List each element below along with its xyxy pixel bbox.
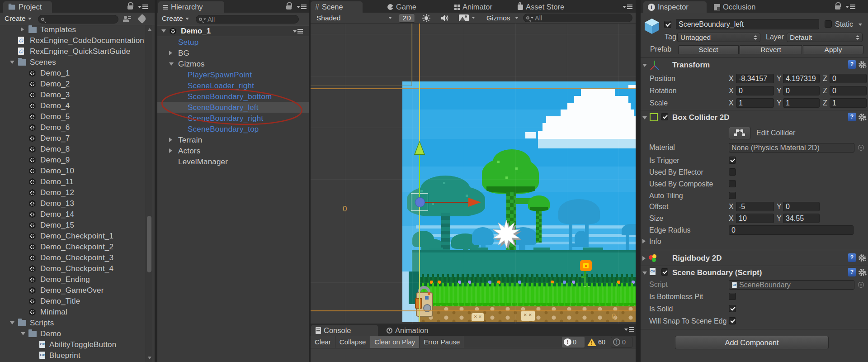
rotation-z-field[interactable]: 0 [830,86,867,95]
console-error-toggle[interactable]: ! 0 [611,337,632,348]
static-dropdown-icon[interactable] [859,24,862,26]
component-enabled-checkbox[interactable] [661,268,668,276]
lighting-toggle-icon[interactable] [422,14,431,23]
audio-toggle-icon[interactable] [440,14,449,23]
project-item[interactable]: Demo_6 [0,122,146,133]
project-item[interactable]: Demo_5 [0,111,146,122]
foldout-icon[interactable] [21,332,25,335]
project-item[interactable]: Demo_15 [0,219,146,230]
gameobject-active-checkbox[interactable] [664,21,671,28]
hierarchy-search-input[interactable]: All [196,15,299,24]
tab-project[interactable]: Project [3,1,52,13]
pane-menu-icon[interactable] [624,327,634,332]
foldout-icon[interactable] [642,116,647,119]
pane-menu-icon[interactable] [623,5,632,9]
console-warning-toggle[interactable]: ! 60 [586,337,610,348]
pane-menu-icon[interactable] [297,5,307,9]
foldout-icon[interactable] [642,64,647,67]
component-header[interactable]: Rigidbody 2D? [641,252,868,265]
gizmos-dropdown[interactable]: Gizmos [486,14,510,22]
gear-icon[interactable] [858,60,867,69]
project-item[interactable]: Demo_Title [0,295,146,306]
foldout-expanded-icon[interactable] [161,29,166,33]
object-picker-icon[interactable] [858,282,864,288]
gear-icon[interactable] [858,268,867,277]
project-item[interactable]: C#Blueprint [0,350,146,361]
move-tool-x-arrow[interactable] [468,198,481,207]
lock-icon[interactable] [286,5,292,10]
add-component-button[interactable]: Add Component [675,336,829,349]
hierarchy-item[interactable]: SceneBoundary_top [157,124,309,134]
project-item[interactable]: C#AbilityToggleButton [0,339,146,350]
lock-icon[interactable] [835,5,840,10]
help-icon[interactable]: ? [848,268,856,276]
favorites-icon[interactable] [124,16,131,22]
move-tool-x-axis[interactable] [425,202,468,203]
scene-canvas[interactable]: ✕✕ ✕✕ [311,24,636,324]
project-item[interactable]: Scenes [0,57,146,67]
project-item[interactable]: Demo_7 [0,133,146,143]
label-tag-icon[interactable] [137,14,147,24]
foldout-icon[interactable] [169,51,172,55]
size-x-field[interactable]: 10 [736,214,774,223]
tab-scene[interactable]: # Scene [311,1,363,13]
project-item[interactable]: RexEngine_QuickStartGuide [0,46,146,57]
effects-toggle-icon[interactable] [459,14,469,21]
tab-animator[interactable]: Animator [450,1,497,13]
scale-x-field[interactable]: 1 [736,98,774,108]
gear-icon[interactable] [858,253,867,262]
project-item[interactable]: Demo_13 [0,198,146,209]
foldout-icon[interactable] [642,272,647,275]
foldout-icon[interactable] [10,61,14,64]
project-item[interactable]: Demo_3 [0,89,146,100]
tab-animation[interactable]: Animation [382,325,433,336]
material-field[interactable]: None (Physics Material 2D) [729,143,854,152]
offset-y-field[interactable]: 0 [783,202,820,211]
layer-dropdown[interactable]: Default [787,33,863,42]
hierarchy-item[interactable]: LevelManager [157,156,309,167]
help-icon[interactable]: ? [848,60,856,69]
foldout-icon[interactable] [642,256,646,261]
position-x-field[interactable]: -8.34157 [736,74,774,83]
project-item[interactable]: Demo [0,328,146,339]
shading-mode-dropdown[interactable]: Shaded [316,14,340,22]
project-item[interactable]: Demo_10 [0,165,146,176]
edit-collider-button[interactable] [729,127,750,139]
foldout-icon[interactable] [21,27,24,32]
project-item[interactable]: RexEngine_CodeDocumentation [0,35,146,46]
scroll-down-arrow[interactable] [148,357,151,359]
project-item[interactable]: Demo_2 [0,78,146,89]
tab-hierarchy[interactable]: Hierarchy [158,1,224,13]
scene-menu-icon[interactable] [293,29,303,33]
project-item[interactable]: Demo_Checkpoint_4 [0,263,146,274]
prefab-select-button[interactable]: Select [678,45,739,54]
foldout-icon[interactable] [169,138,172,142]
foldout-icon[interactable] [10,321,14,324]
console-button-error-pause[interactable]: Error Pause [420,336,464,348]
project-item[interactable]: Demo_8 [0,143,146,154]
gameobject-name-field[interactable]: SceneBoundary_left [676,19,819,29]
console-button-clear-on-play[interactable]: Clear on Play [370,336,420,348]
pane-menu-icon[interactable] [845,5,855,9]
project-item[interactable]: Demo_9 [0,154,146,165]
component-header[interactable]: C#Scene Boundary (Script)? [641,267,868,279]
pane-menu-icon[interactable] [138,5,148,9]
hierarchy-item[interactable]: PlayerSpawnPoint [157,69,309,80]
object-picker-icon[interactable] [858,145,864,151]
property-checkbox[interactable] [729,168,736,176]
tab-console[interactable]: Console [311,325,378,336]
tab-occlusion[interactable]: Occlusion [709,1,760,13]
scrollbar-thumb[interactable] [147,216,151,272]
project-item[interactable]: Demo_12 [0,187,146,198]
rotation-x-field[interactable]: 0 [736,86,774,95]
component-enabled-checkbox[interactable] [661,113,668,120]
offset-x-field[interactable]: -5 [736,202,774,211]
gear-icon[interactable] [858,113,867,122]
move-tool-center-handle[interactable] [415,197,425,207]
hierarchy-item[interactable]: SceneLoader_right [157,80,309,91]
component-header[interactable]: Box Collider 2D? [641,112,868,124]
hierarchy-item[interactable]: SceneBoundary_bottom [157,91,309,102]
project-item[interactable]: Templates [0,24,146,35]
foldout-icon[interactable] [169,62,174,66]
help-icon[interactable]: ? [848,113,856,121]
